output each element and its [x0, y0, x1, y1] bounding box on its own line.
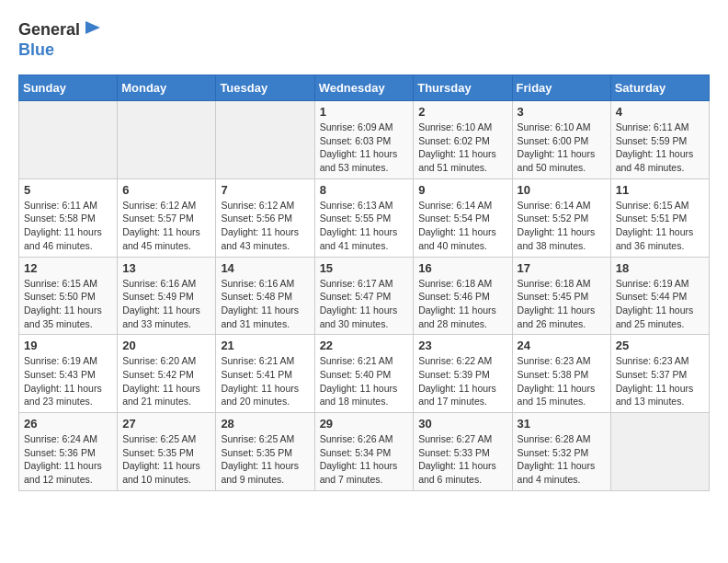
weekday-header-sunday: Sunday	[19, 75, 118, 101]
cell-info: Sunrise: 6:18 AMSunset: 5:46 PMDaylight:…	[418, 277, 506, 331]
day-number: 28	[221, 417, 309, 431]
calendar-cell: 18Sunrise: 6:19 AMSunset: 5:44 PMDayligh…	[610, 257, 709, 335]
day-number: 24	[518, 339, 606, 352]
calendar-cell: 8Sunrise: 6:13 AMSunset: 5:55 PMDaylight…	[314, 178, 414, 257]
day-number: 11	[616, 183, 704, 197]
cell-info: Sunrise: 6:12 AMSunset: 5:56 PMDaylight:…	[221, 199, 309, 253]
cell-info: Sunrise: 6:25 AMSunset: 5:35 PMDaylight:…	[122, 432, 210, 487]
day-number: 1	[320, 105, 409, 119]
week-row-2: 5Sunrise: 6:11 AMSunset: 5:58 PMDaylight…	[19, 178, 710, 257]
day-number: 27	[122, 417, 210, 431]
day-number: 17	[518, 261, 606, 275]
svg-marker-0	[85, 21, 100, 34]
day-number: 19	[24, 339, 112, 352]
cell-info: Sunrise: 6:19 AMSunset: 5:43 PMDaylight:…	[24, 354, 112, 408]
cell-info: Sunrise: 6:20 AMSunset: 5:42 PMDaylight:…	[122, 354, 210, 408]
calendar-cell: 4Sunrise: 6:11 AMSunset: 5:59 PMDaylight…	[610, 101, 709, 179]
calendar-cell: 19Sunrise: 6:19 AMSunset: 5:43 PMDayligh…	[19, 335, 118, 413]
cell-info: Sunrise: 6:19 AMSunset: 5:44 PMDaylight:…	[616, 277, 704, 331]
calendar-cell: 28Sunrise: 6:25 AMSunset: 5:35 PMDayligh…	[216, 413, 314, 491]
day-number: 16	[418, 261, 506, 275]
calendar-cell: 6Sunrise: 6:12 AMSunset: 5:57 PMDaylight…	[118, 178, 216, 257]
calendar-table: SundayMondayTuesdayWednesdayThursdayFrid…	[18, 75, 710, 491]
cell-info: Sunrise: 6:09 AMSunset: 6:03 PMDaylight:…	[320, 121, 409, 175]
cell-info: Sunrise: 6:23 AMSunset: 5:37 PMDaylight:…	[616, 354, 704, 408]
cell-info: Sunrise: 6:12 AMSunset: 5:57 PMDaylight:…	[122, 199, 210, 253]
calendar-cell: 15Sunrise: 6:17 AMSunset: 5:47 PMDayligh…	[314, 257, 414, 335]
day-number: 22	[320, 339, 409, 352]
cell-info: Sunrise: 6:25 AMSunset: 5:35 PMDaylight:…	[221, 432, 309, 487]
cell-info: Sunrise: 6:24 AMSunset: 5:36 PMDaylight:…	[24, 432, 112, 487]
day-number: 8	[320, 183, 409, 197]
logo-general: General	[18, 20, 80, 40]
calendar-cell: 25Sunrise: 6:23 AMSunset: 5:37 PMDayligh…	[610, 335, 709, 413]
week-row-4: 19Sunrise: 6:19 AMSunset: 5:43 PMDayligh…	[19, 335, 710, 413]
calendar-cell: 14Sunrise: 6:16 AMSunset: 5:48 PMDayligh…	[216, 257, 314, 335]
cell-info: Sunrise: 6:11 AMSunset: 5:59 PMDaylight:…	[616, 121, 704, 175]
cell-info: Sunrise: 6:14 AMSunset: 5:54 PMDaylight:…	[418, 199, 506, 253]
calendar-cell: 20Sunrise: 6:20 AMSunset: 5:42 PMDayligh…	[118, 335, 216, 413]
day-number: 29	[320, 417, 409, 431]
calendar-cell	[610, 413, 709, 491]
weekday-header-saturday: Saturday	[610, 75, 709, 101]
page-header: General Blue	[18, 18, 710, 60]
day-number: 12	[24, 261, 112, 275]
calendar-cell: 7Sunrise: 6:12 AMSunset: 5:56 PMDaylight…	[216, 178, 314, 257]
calendar-cell: 31Sunrise: 6:28 AMSunset: 5:32 PMDayligh…	[512, 413, 610, 491]
cell-info: Sunrise: 6:18 AMSunset: 5:45 PMDaylight:…	[518, 277, 606, 331]
logo-blue: Blue	[18, 40, 54, 59]
day-number: 23	[418, 339, 506, 352]
logo-flag-icon	[82, 18, 104, 40]
day-number: 3	[518, 105, 606, 119]
weekday-header-tuesday: Tuesday	[216, 75, 314, 101]
cell-info: Sunrise: 6:15 AMSunset: 5:51 PMDaylight:…	[616, 199, 704, 253]
cell-info: Sunrise: 6:21 AMSunset: 5:41 PMDaylight:…	[221, 354, 309, 408]
cell-info: Sunrise: 6:16 AMSunset: 5:48 PMDaylight:…	[221, 277, 309, 331]
day-number: 21	[221, 339, 309, 352]
cell-info: Sunrise: 6:26 AMSunset: 5:34 PMDaylight:…	[320, 432, 409, 487]
cell-info: Sunrise: 6:27 AMSunset: 5:33 PMDaylight:…	[418, 432, 506, 487]
day-number: 13	[122, 261, 210, 275]
calendar-cell: 1Sunrise: 6:09 AMSunset: 6:03 PMDaylight…	[314, 101, 414, 179]
weekday-header-wednesday: Wednesday	[314, 75, 414, 101]
cell-info: Sunrise: 6:17 AMSunset: 5:47 PMDaylight:…	[320, 277, 409, 331]
day-number: 2	[418, 105, 506, 119]
weekday-header-row: SundayMondayTuesdayWednesdayThursdayFrid…	[19, 75, 710, 101]
calendar-cell: 5Sunrise: 6:11 AMSunset: 5:58 PMDaylight…	[19, 178, 118, 257]
calendar-cell: 11Sunrise: 6:15 AMSunset: 5:51 PMDayligh…	[610, 178, 709, 257]
calendar-cell	[216, 101, 314, 179]
day-number: 18	[616, 261, 704, 275]
cell-info: Sunrise: 6:16 AMSunset: 5:49 PMDaylight:…	[122, 277, 210, 331]
calendar-cell	[118, 101, 216, 179]
day-number: 30	[418, 417, 506, 431]
calendar-cell: 16Sunrise: 6:18 AMSunset: 5:46 PMDayligh…	[414, 257, 512, 335]
day-number: 9	[418, 183, 506, 197]
cell-info: Sunrise: 6:22 AMSunset: 5:39 PMDaylight:…	[418, 354, 506, 408]
cell-info: Sunrise: 6:13 AMSunset: 5:55 PMDaylight:…	[320, 199, 409, 253]
week-row-1: 1Sunrise: 6:09 AMSunset: 6:03 PMDaylight…	[19, 101, 710, 179]
cell-info: Sunrise: 6:10 AMSunset: 6:00 PMDaylight:…	[518, 121, 606, 175]
calendar-cell: 12Sunrise: 6:15 AMSunset: 5:50 PMDayligh…	[19, 257, 118, 335]
cell-info: Sunrise: 6:15 AMSunset: 5:50 PMDaylight:…	[24, 277, 112, 331]
calendar-cell: 21Sunrise: 6:21 AMSunset: 5:41 PMDayligh…	[216, 335, 314, 413]
day-number: 5	[24, 183, 112, 197]
week-row-5: 26Sunrise: 6:24 AMSunset: 5:36 PMDayligh…	[19, 413, 710, 491]
calendar-cell: 3Sunrise: 6:10 AMSunset: 6:00 PMDaylight…	[512, 101, 610, 179]
calendar-cell: 29Sunrise: 6:26 AMSunset: 5:34 PMDayligh…	[314, 413, 414, 491]
day-number: 10	[518, 183, 606, 197]
day-number: 15	[320, 261, 409, 275]
cell-info: Sunrise: 6:21 AMSunset: 5:40 PMDaylight:…	[320, 354, 409, 408]
day-number: 25	[616, 339, 704, 352]
cell-info: Sunrise: 6:28 AMSunset: 5:32 PMDaylight:…	[518, 432, 606, 487]
cell-info: Sunrise: 6:11 AMSunset: 5:58 PMDaylight:…	[24, 199, 112, 253]
day-number: 20	[122, 339, 210, 352]
cell-info: Sunrise: 6:10 AMSunset: 6:02 PMDaylight:…	[418, 121, 506, 175]
weekday-header-monday: Monday	[118, 75, 216, 101]
calendar-cell: 2Sunrise: 6:10 AMSunset: 6:02 PMDaylight…	[414, 101, 512, 179]
day-number: 31	[518, 417, 606, 431]
logo: General Blue	[18, 18, 104, 60]
calendar-cell: 13Sunrise: 6:16 AMSunset: 5:49 PMDayligh…	[118, 257, 216, 335]
calendar-cell: 17Sunrise: 6:18 AMSunset: 5:45 PMDayligh…	[512, 257, 610, 335]
day-number: 6	[122, 183, 210, 197]
weekday-header-friday: Friday	[512, 75, 610, 101]
